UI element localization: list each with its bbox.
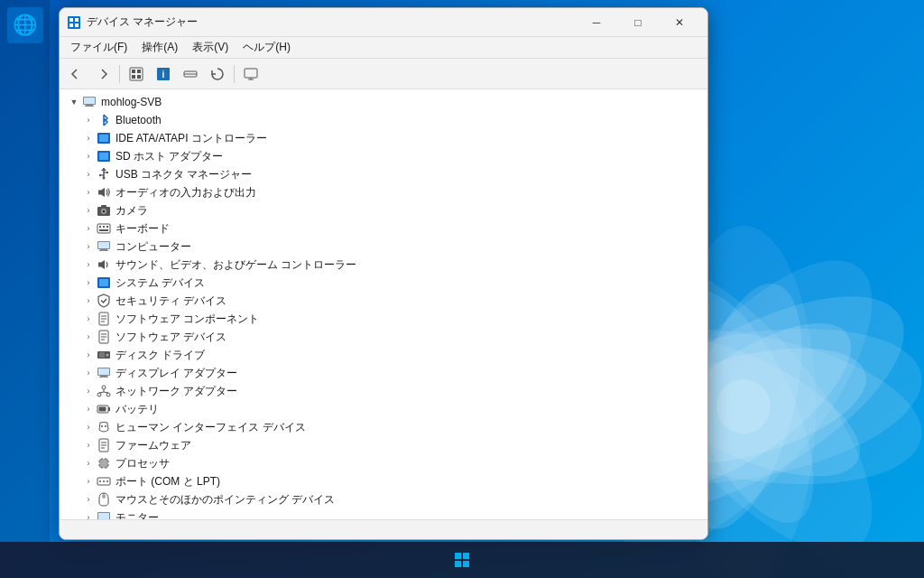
tree-item-softcomp[interactable]: › ソフトウェア コンポーネント	[60, 310, 707, 328]
tree-item-display[interactable]: › ディスプレイ アダプター	[60, 364, 707, 382]
menu-view[interactable]: 表示(V)	[185, 38, 236, 57]
chevron-security: ›	[81, 294, 96, 308]
tree-item-sound[interactable]: › サウンド、ビデオ、およびゲーム コントローラー	[60, 256, 707, 274]
svg-point-75	[102, 386, 106, 389]
label-usb: USB コネクタ マネージャー	[116, 167, 252, 182]
sd-icon	[96, 148, 112, 164]
toolbar-separator-2	[234, 65, 235, 83]
tree-item-ports[interactable]: › ポート (COM と LPT)	[60, 472, 707, 490]
device-manager-window: デバイス マネージャー ─ □ ✕ ファイル(F) 操作(A) 表示(V) ヘル…	[59, 7, 708, 540]
label-network: ネットワーク アダプター	[116, 384, 237, 399]
svg-rect-31	[86, 105, 93, 106]
chevron-processor: ›	[81, 456, 96, 471]
tree-item-ide[interactable]: › IDE ATA/ATAPI コントローラー	[60, 129, 707, 147]
hid-icon	[96, 419, 112, 435]
chevron-network: ›	[81, 384, 96, 398]
svg-point-67	[106, 354, 109, 357]
tree-view[interactable]: ▼ mohlog-SVB ›	[60, 89, 707, 519]
tree-root[interactable]: ▼ mohlog-SVB	[60, 93, 707, 111]
computer-icon	[81, 94, 97, 110]
svg-rect-54	[100, 249, 107, 250]
tree-item-usb[interactable]: › USB コネクタ マネージャー	[60, 165, 707, 183]
tree-item-bluetooth[interactable]: › Bluetooth	[60, 111, 707, 129]
svg-rect-126	[455, 561, 461, 567]
chevron-ports: ›	[81, 474, 96, 489]
ide-icon	[96, 130, 112, 146]
svg-rect-49	[103, 226, 105, 228]
battery-icon	[96, 401, 112, 417]
chevron-sound: ›	[81, 257, 96, 272]
svg-rect-57	[99, 279, 108, 286]
tree-item-disk[interactable]: › ディスク ドライブ	[60, 346, 707, 364]
label-sound: サウンド、ビデオ、およびゲーム コントローラー	[116, 257, 356, 273]
audio-icon	[96, 184, 112, 200]
tree-item-battery[interactable]: › バッテリ	[60, 400, 707, 418]
label-ide: IDE ATA/ATAPI コントローラー	[116, 131, 267, 146]
tree-item-camera[interactable]: › カメラ	[60, 201, 707, 219]
window-title: デバイス マネージャー	[87, 14, 576, 30]
remove-button[interactable]	[178, 62, 203, 86]
tree-item-hid[interactable]: › ヒューマン インターフェイス デバイス	[60, 418, 707, 436]
svg-rect-55	[99, 250, 108, 251]
label-softcomp: ソフトウェア コンポーネント	[116, 312, 259, 327]
tree-item-mouse[interactable]: › マウスとそのほかのポインティング デバイス	[60, 490, 707, 508]
label-monitor: モニター	[116, 510, 159, 520]
minimize-button[interactable]: ─	[576, 8, 617, 37]
svg-rect-53	[98, 242, 109, 248]
tree-item-processor[interactable]: › プロセッサ	[60, 454, 707, 472]
label-softdev: ソフトウェア デバイス	[116, 330, 226, 345]
menu-file[interactable]: ファイル(F)	[63, 38, 134, 57]
maximize-button[interactable]: □	[617, 8, 659, 37]
svg-rect-73	[100, 376, 107, 377]
tree-item-softdev[interactable]: › ソフトウェア デバイス	[60, 328, 707, 346]
label-mouse: マウスとそのほかのポインティング デバイス	[116, 492, 335, 508]
menu-action[interactable]: 操作(A)	[134, 38, 185, 57]
svg-point-77	[106, 393, 110, 396]
edge-icon[interactable]: 🌐	[7, 7, 43, 43]
label-bluetooth: Bluetooth	[116, 114, 162, 126]
tree-item-network[interactable]: › ネットワーク アダプター	[60, 382, 707, 400]
label-battery: バッテリ	[116, 402, 159, 417]
title-bar: デバイス マネージャー ─ □ ✕	[60, 8, 707, 37]
chevron-monitor: ›	[81, 510, 96, 519]
svg-rect-13	[69, 18, 73, 22]
svg-rect-72	[98, 368, 109, 375]
chevron-system: ›	[81, 275, 96, 290]
svg-point-42	[103, 177, 106, 180]
tree-item-system[interactable]: › システム デバイス	[60, 274, 707, 292]
firmware-icon	[96, 437, 112, 453]
tree-item-audio[interactable]: › オーディオの入力および出力	[60, 183, 707, 201]
svg-point-41	[99, 174, 101, 176]
chevron-battery: ›	[81, 402, 96, 416]
close-button[interactable]: ✕	[659, 8, 700, 37]
menu-help[interactable]: ヘルプ(H)	[236, 38, 298, 57]
chevron-usb: ›	[81, 167, 96, 182]
forward-button[interactable]	[90, 62, 116, 86]
svg-rect-47	[97, 224, 110, 233]
label-keyboard: キーボード	[116, 221, 170, 237]
scan-button[interactable]	[205, 62, 230, 86]
back-button[interactable]	[63, 62, 88, 86]
taskbar-start[interactable]	[448, 545, 476, 574]
tree-item-sd[interactable]: › SD ホスト アダプター	[60, 147, 707, 165]
svg-point-102	[103, 480, 105, 482]
tree-item-computer[interactable]: › コンピューター	[60, 238, 707, 256]
chevron-disk: ›	[81, 348, 96, 362]
svg-line-80	[104, 392, 108, 393]
svg-rect-14	[75, 18, 79, 22]
display-button[interactable]	[238, 62, 263, 86]
tree-item-security[interactable]: › セキュリティ デバイス	[60, 292, 707, 310]
tree-item-monitor[interactable]: › モニター	[60, 508, 707, 519]
info-button[interactable]: i	[151, 62, 176, 86]
label-audio: オーディオの入力および出力	[116, 185, 256, 200]
properties-button[interactable]	[124, 62, 149, 86]
svg-rect-39	[106, 172, 108, 173]
chevron-hid: ›	[81, 420, 96, 434]
svg-rect-18	[132, 70, 135, 73]
label-computer: コンピューター	[116, 239, 191, 255]
tree-item-keyboard[interactable]: › キーボード	[60, 219, 707, 238]
svg-rect-105	[102, 495, 106, 498]
svg-rect-46	[101, 205, 106, 208]
chevron-keyboard: ›	[81, 221, 96, 236]
tree-item-firmware[interactable]: › ファームウェア	[60, 436, 707, 454]
